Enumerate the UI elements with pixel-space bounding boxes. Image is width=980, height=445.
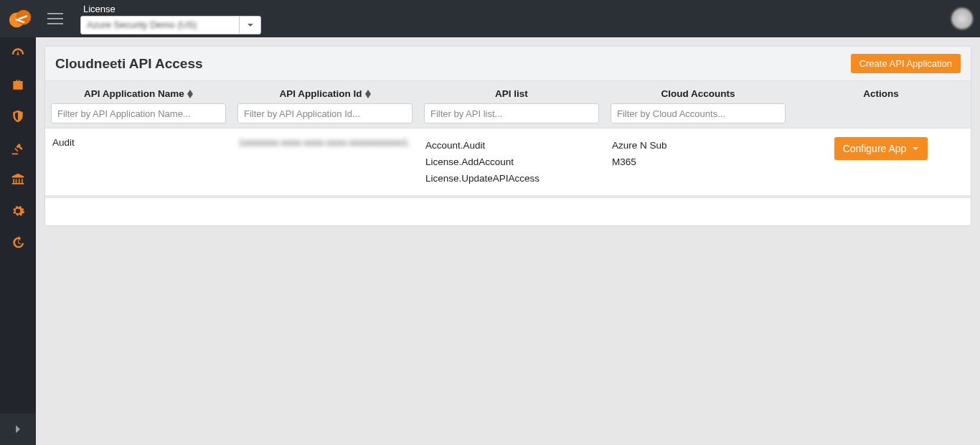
- chevron-right-icon: [13, 424, 23, 434]
- configure-app-button[interactable]: Configure App: [834, 137, 928, 160]
- sort-icon: [187, 90, 193, 98]
- table-row: Audit 1xxxxxxx-xxxx-xxxx-xxxx-xxxxxxxxxx…: [45, 128, 971, 197]
- api-access-card: Cloudneeti API Access Create API Applica…: [44, 46, 971, 226]
- sidebar-item-institution[interactable]: [0, 164, 36, 195]
- card-header: Cloudneeti API Access Create API Applica…: [45, 47, 971, 81]
- create-api-application-button[interactable]: Create API Application: [851, 54, 961, 73]
- cell-id-value: 1xxxxxxx-xxxx-xxxx-xxxx-xxxxxxxxxxx1...: [239, 137, 411, 148]
- col-header-clouds-label: Cloud Accounts: [661, 88, 735, 99]
- chevron-down-icon: [239, 17, 260, 34]
- cell-actions: Configure App: [791, 128, 971, 197]
- sidebar: [0, 37, 36, 445]
- col-header-clouds: Cloud Accounts: [605, 81, 791, 128]
- configure-app-label: Configure App: [843, 143, 907, 154]
- col-header-apis-label: API list: [495, 88, 528, 99]
- col-header-name[interactable]: API Application Name: [45, 81, 232, 128]
- filter-name-input[interactable]: [51, 103, 226, 123]
- caret-down-icon: [912, 145, 919, 152]
- col-header-apis: API list: [418, 81, 605, 128]
- gear-icon: [11, 204, 25, 218]
- cloud-list-item: Azure N Sub: [612, 137, 784, 154]
- license-selector-area: License Azure Security Demo (US): [80, 4, 261, 34]
- filter-api-input[interactable]: [424, 103, 599, 123]
- api-access-table: API Application Name API Application Id: [45, 81, 971, 225]
- sidebar-item-gavel[interactable]: [0, 132, 36, 164]
- institution-icon: [11, 172, 25, 187]
- speedometer-icon: [11, 46, 25, 60]
- cell-name: Audit: [45, 128, 232, 197]
- shield-icon: [11, 109, 25, 123]
- gavel-icon: [11, 141, 25, 155]
- license-selected-value: Azure Security Demo (US): [81, 17, 239, 34]
- col-header-name-label: API Application Name: [84, 88, 184, 99]
- license-label: License: [80, 4, 261, 14]
- license-select[interactable]: Azure Security Demo (US): [80, 16, 261, 34]
- main-content: Cloudneeti API Access Create API Applica…: [36, 37, 980, 445]
- sidebar-item-dashboard[interactable]: [0, 37, 36, 69]
- table-footer-spacer: [45, 197, 971, 225]
- api-list-item: License.UpdateAPIAccess: [425, 170, 598, 187]
- app-logo: [7, 5, 34, 32]
- cell-clouds: Azure N Sub M365: [605, 128, 791, 197]
- filter-id-input[interactable]: [237, 103, 413, 123]
- filter-cloud-input[interactable]: [611, 103, 786, 123]
- sidebar-item-briefcase[interactable]: [0, 69, 36, 100]
- briefcase-icon: [11, 78, 25, 92]
- page-title: Cloudneeti API Access: [55, 56, 203, 72]
- hamburger-menu-icon[interactable]: [47, 9, 66, 28]
- sidebar-item-history[interactable]: [0, 227, 36, 258]
- cloud-list-item: M365: [612, 154, 784, 170]
- col-header-actions-label: Actions: [863, 88, 899, 99]
- api-list-item: Account.Audit: [425, 137, 598, 154]
- cell-id: 1xxxxxxx-xxxx-xxxx-xxxx-xxxxxxxxxxx1...: [232, 128, 418, 197]
- col-header-actions: Actions: [791, 81, 971, 128]
- topbar: License Azure Security Demo (US): [0, 0, 980, 37]
- history-icon: [11, 235, 25, 250]
- user-avatar[interactable]: [951, 8, 973, 29]
- sort-icon: [365, 90, 371, 98]
- col-header-id[interactable]: API Application Id: [232, 81, 418, 128]
- sidebar-item-settings[interactable]: [0, 195, 36, 227]
- api-list-item: License.AddAccount: [425, 154, 598, 170]
- sidebar-item-shield[interactable]: [0, 100, 36, 132]
- cell-apis: Account.Audit License.AddAccount License…: [418, 128, 605, 197]
- col-header-id-label: API Application Id: [279, 88, 362, 99]
- sidebar-collapse-toggle[interactable]: [0, 413, 36, 445]
